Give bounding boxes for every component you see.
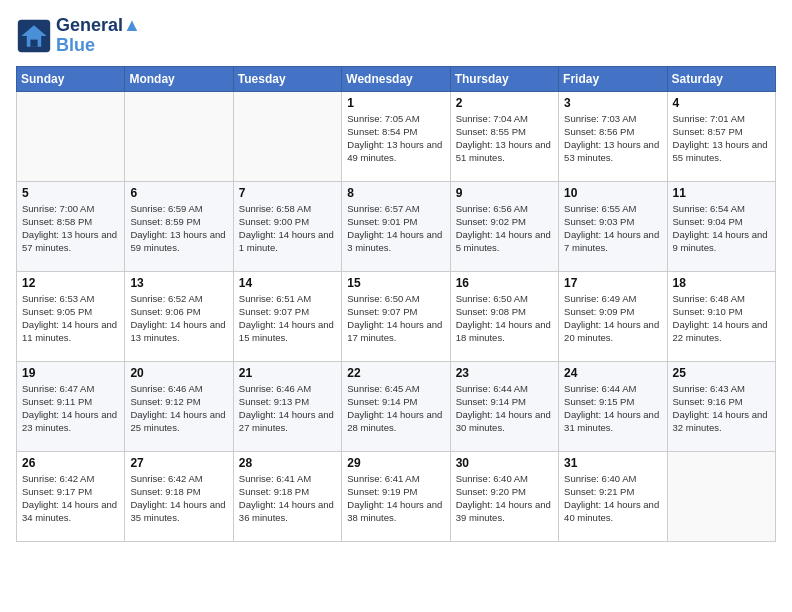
day-number: 6 [130,186,227,200]
calendar-cell: 11Sunrise: 6:54 AMSunset: 9:04 PMDayligh… [667,181,775,271]
calendar-cell: 15Sunrise: 6:50 AMSunset: 9:07 PMDayligh… [342,271,450,361]
calendar-cell: 31Sunrise: 6:40 AMSunset: 9:21 PMDayligh… [559,451,667,541]
calendar-cell: 24Sunrise: 6:44 AMSunset: 9:15 PMDayligh… [559,361,667,451]
day-number: 10 [564,186,661,200]
day-info: Sunrise: 6:44 AMSunset: 9:15 PMDaylight:… [564,382,661,435]
calendar-cell [17,91,125,181]
day-info: Sunrise: 6:40 AMSunset: 9:20 PMDaylight:… [456,472,553,525]
day-info: Sunrise: 6:41 AMSunset: 9:19 PMDaylight:… [347,472,444,525]
calendar-cell: 16Sunrise: 6:50 AMSunset: 9:08 PMDayligh… [450,271,558,361]
logo-text: General▲ Blue [56,16,141,56]
calendar-table: SundayMondayTuesdayWednesdayThursdayFrid… [16,66,776,542]
day-number: 23 [456,366,553,380]
day-info: Sunrise: 6:59 AMSunset: 8:59 PMDaylight:… [130,202,227,255]
day-number: 26 [22,456,119,470]
calendar-cell [667,451,775,541]
day-number: 19 [22,366,119,380]
day-number: 2 [456,96,553,110]
calendar-week-row: 26Sunrise: 6:42 AMSunset: 9:17 PMDayligh… [17,451,776,541]
calendar-cell [233,91,341,181]
day-number: 3 [564,96,661,110]
day-info: Sunrise: 6:52 AMSunset: 9:06 PMDaylight:… [130,292,227,345]
day-info: Sunrise: 6:43 AMSunset: 9:16 PMDaylight:… [673,382,770,435]
calendar-cell: 3Sunrise: 7:03 AMSunset: 8:56 PMDaylight… [559,91,667,181]
day-of-week-header: Wednesday [342,66,450,91]
calendar-header-row: SundayMondayTuesdayWednesdayThursdayFrid… [17,66,776,91]
day-info: Sunrise: 6:51 AMSunset: 9:07 PMDaylight:… [239,292,336,345]
day-number: 30 [456,456,553,470]
calendar-week-row: 1Sunrise: 7:05 AMSunset: 8:54 PMDaylight… [17,91,776,181]
calendar-week-row: 5Sunrise: 7:00 AMSunset: 8:58 PMDaylight… [17,181,776,271]
calendar-cell: 13Sunrise: 6:52 AMSunset: 9:06 PMDayligh… [125,271,233,361]
day-info: Sunrise: 6:41 AMSunset: 9:18 PMDaylight:… [239,472,336,525]
day-info: Sunrise: 6:49 AMSunset: 9:09 PMDaylight:… [564,292,661,345]
calendar-cell: 20Sunrise: 6:46 AMSunset: 9:12 PMDayligh… [125,361,233,451]
day-number: 14 [239,276,336,290]
day-number: 12 [22,276,119,290]
calendar-week-row: 12Sunrise: 6:53 AMSunset: 9:05 PMDayligh… [17,271,776,361]
day-info: Sunrise: 6:57 AMSunset: 9:01 PMDaylight:… [347,202,444,255]
day-number: 17 [564,276,661,290]
calendar-cell: 7Sunrise: 6:58 AMSunset: 9:00 PMDaylight… [233,181,341,271]
calendar-cell: 12Sunrise: 6:53 AMSunset: 9:05 PMDayligh… [17,271,125,361]
day-info: Sunrise: 6:46 AMSunset: 9:12 PMDaylight:… [130,382,227,435]
calendar-cell: 17Sunrise: 6:49 AMSunset: 9:09 PMDayligh… [559,271,667,361]
day-info: Sunrise: 6:45 AMSunset: 9:14 PMDaylight:… [347,382,444,435]
day-info: Sunrise: 6:40 AMSunset: 9:21 PMDaylight:… [564,472,661,525]
day-number: 20 [130,366,227,380]
calendar-cell: 25Sunrise: 6:43 AMSunset: 9:16 PMDayligh… [667,361,775,451]
day-info: Sunrise: 6:44 AMSunset: 9:14 PMDaylight:… [456,382,553,435]
day-of-week-header: Tuesday [233,66,341,91]
calendar-cell: 10Sunrise: 6:55 AMSunset: 9:03 PMDayligh… [559,181,667,271]
day-of-week-header: Saturday [667,66,775,91]
calendar-cell: 23Sunrise: 6:44 AMSunset: 9:14 PMDayligh… [450,361,558,451]
day-info: Sunrise: 6:58 AMSunset: 9:00 PMDaylight:… [239,202,336,255]
day-number: 7 [239,186,336,200]
day-number: 24 [564,366,661,380]
day-number: 22 [347,366,444,380]
day-number: 15 [347,276,444,290]
day-number: 21 [239,366,336,380]
day-info: Sunrise: 7:03 AMSunset: 8:56 PMDaylight:… [564,112,661,165]
day-info: Sunrise: 6:42 AMSunset: 9:18 PMDaylight:… [130,472,227,525]
day-number: 4 [673,96,770,110]
day-of-week-header: Sunday [17,66,125,91]
day-number: 9 [456,186,553,200]
day-info: Sunrise: 6:48 AMSunset: 9:10 PMDaylight:… [673,292,770,345]
day-number: 16 [456,276,553,290]
calendar-cell: 2Sunrise: 7:04 AMSunset: 8:55 PMDaylight… [450,91,558,181]
calendar-cell: 4Sunrise: 7:01 AMSunset: 8:57 PMDaylight… [667,91,775,181]
svg-rect-2 [30,39,37,46]
calendar-cell: 28Sunrise: 6:41 AMSunset: 9:18 PMDayligh… [233,451,341,541]
day-info: Sunrise: 6:55 AMSunset: 9:03 PMDaylight:… [564,202,661,255]
day-number: 27 [130,456,227,470]
calendar-cell: 30Sunrise: 6:40 AMSunset: 9:20 PMDayligh… [450,451,558,541]
calendar-cell: 9Sunrise: 6:56 AMSunset: 9:02 PMDaylight… [450,181,558,271]
day-info: Sunrise: 6:56 AMSunset: 9:02 PMDaylight:… [456,202,553,255]
day-info: Sunrise: 6:46 AMSunset: 9:13 PMDaylight:… [239,382,336,435]
day-number: 18 [673,276,770,290]
calendar-cell: 5Sunrise: 7:00 AMSunset: 8:58 PMDaylight… [17,181,125,271]
calendar-cell: 29Sunrise: 6:41 AMSunset: 9:19 PMDayligh… [342,451,450,541]
day-info: Sunrise: 7:04 AMSunset: 8:55 PMDaylight:… [456,112,553,165]
day-of-week-header: Friday [559,66,667,91]
day-info: Sunrise: 6:54 AMSunset: 9:04 PMDaylight:… [673,202,770,255]
day-info: Sunrise: 6:47 AMSunset: 9:11 PMDaylight:… [22,382,119,435]
day-number: 5 [22,186,119,200]
calendar-cell: 27Sunrise: 6:42 AMSunset: 9:18 PMDayligh… [125,451,233,541]
calendar-cell: 26Sunrise: 6:42 AMSunset: 9:17 PMDayligh… [17,451,125,541]
day-info: Sunrise: 6:50 AMSunset: 9:08 PMDaylight:… [456,292,553,345]
day-info: Sunrise: 7:05 AMSunset: 8:54 PMDaylight:… [347,112,444,165]
day-number: 11 [673,186,770,200]
calendar-cell: 14Sunrise: 6:51 AMSunset: 9:07 PMDayligh… [233,271,341,361]
logo: General▲ Blue [16,16,141,56]
calendar-cell: 6Sunrise: 6:59 AMSunset: 8:59 PMDaylight… [125,181,233,271]
calendar-cell: 21Sunrise: 6:46 AMSunset: 9:13 PMDayligh… [233,361,341,451]
day-number: 28 [239,456,336,470]
calendar-cell: 8Sunrise: 6:57 AMSunset: 9:01 PMDaylight… [342,181,450,271]
day-info: Sunrise: 7:00 AMSunset: 8:58 PMDaylight:… [22,202,119,255]
calendar-cell: 22Sunrise: 6:45 AMSunset: 9:14 PMDayligh… [342,361,450,451]
day-number: 29 [347,456,444,470]
day-number: 31 [564,456,661,470]
day-number: 25 [673,366,770,380]
